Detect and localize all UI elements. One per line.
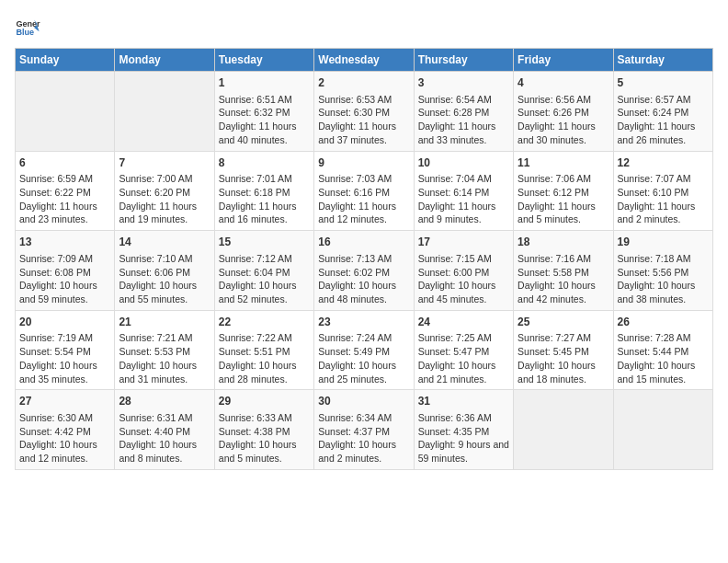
svg-text:Blue: Blue: [16, 28, 34, 37]
day-number: 15: [219, 235, 310, 250]
day-info: Sunrise: 7:28 AM Sunset: 5:44 PM Dayligh…: [618, 331, 709, 385]
table-row: [613, 390, 712, 470]
col-header-friday: Friday: [514, 49, 613, 72]
table-row: 5Sunrise: 6:57 AM Sunset: 6:24 PM Daylig…: [613, 72, 712, 152]
day-info: Sunrise: 7:01 AM Sunset: 6:18 PM Dayligh…: [219, 172, 310, 226]
day-number: 16: [318, 235, 409, 250]
table-row: 25Sunrise: 7:27 AM Sunset: 5:45 PM Dayli…: [514, 310, 613, 390]
day-info: Sunrise: 7:19 AM Sunset: 5:54 PM Dayligh…: [19, 331, 110, 385]
col-header-monday: Monday: [115, 49, 214, 72]
day-number: 12: [618, 155, 709, 171]
table-row: 3Sunrise: 6:54 AM Sunset: 6:28 PM Daylig…: [414, 72, 513, 152]
table-row: 9Sunrise: 7:03 AM Sunset: 6:16 PM Daylig…: [314, 151, 414, 231]
day-number: 28: [119, 394, 210, 409]
day-info: Sunrise: 6:34 AM Sunset: 4:37 PM Dayligh…: [318, 411, 409, 465]
day-info: Sunrise: 6:53 AM Sunset: 6:30 PM Dayligh…: [318, 93, 409, 147]
day-info: Sunrise: 6:59 AM Sunset: 6:22 PM Dayligh…: [19, 172, 110, 226]
day-number: 29: [219, 394, 310, 409]
day-info: Sunrise: 7:07 AM Sunset: 6:10 PM Dayligh…: [618, 172, 709, 226]
day-number: 18: [518, 235, 609, 250]
day-info: Sunrise: 7:10 AM Sunset: 6:06 PM Dayligh…: [119, 252, 210, 306]
day-info: Sunrise: 7:27 AM Sunset: 5:45 PM Dayligh…: [518, 331, 609, 385]
day-number: 7: [119, 155, 210, 171]
day-number: 11: [518, 155, 609, 171]
day-number: 10: [418, 155, 509, 171]
table-row: 2Sunrise: 6:53 AM Sunset: 6:30 PM Daylig…: [314, 72, 414, 152]
day-number: 21: [119, 315, 210, 330]
table-row: 18Sunrise: 7:16 AM Sunset: 5:58 PM Dayli…: [514, 231, 613, 311]
table-row: 12Sunrise: 7:07 AM Sunset: 6:10 PM Dayli…: [613, 151, 712, 231]
col-header-sunday: Sunday: [16, 49, 115, 72]
table-row: 4Sunrise: 6:56 AM Sunset: 6:26 PM Daylig…: [514, 72, 613, 152]
table-row: 24Sunrise: 7:25 AM Sunset: 5:47 PM Dayli…: [414, 310, 513, 390]
day-info: Sunrise: 7:00 AM Sunset: 6:20 PM Dayligh…: [119, 172, 210, 226]
table-row: 17Sunrise: 7:15 AM Sunset: 6:00 PM Dayli…: [414, 231, 513, 311]
day-number: 6: [19, 155, 110, 171]
day-info: Sunrise: 6:30 AM Sunset: 4:42 PM Dayligh…: [19, 411, 110, 465]
day-number: 13: [19, 235, 110, 250]
day-number: 25: [518, 315, 609, 330]
table-row: 28Sunrise: 6:31 AM Sunset: 4:40 PM Dayli…: [115, 390, 214, 470]
day-info: Sunrise: 7:22 AM Sunset: 5:51 PM Dayligh…: [219, 331, 310, 385]
day-info: Sunrise: 6:54 AM Sunset: 6:28 PM Dayligh…: [418, 93, 509, 147]
table-row: 22Sunrise: 7:22 AM Sunset: 5:51 PM Dayli…: [214, 310, 313, 390]
day-info: Sunrise: 7:09 AM Sunset: 6:08 PM Dayligh…: [19, 252, 110, 306]
table-row: 7Sunrise: 7:00 AM Sunset: 6:20 PM Daylig…: [115, 151, 214, 231]
day-info: Sunrise: 6:57 AM Sunset: 6:24 PM Dayligh…: [618, 93, 709, 147]
day-number: 31: [418, 394, 509, 409]
day-number: 8: [219, 155, 310, 171]
day-number: 14: [119, 235, 210, 250]
day-info: Sunrise: 7:13 AM Sunset: 6:02 PM Dayligh…: [318, 252, 409, 306]
table-row: 30Sunrise: 6:34 AM Sunset: 4:37 PM Dayli…: [314, 390, 414, 470]
page-header: General Blue: [15, 15, 713, 40]
table-row: [16, 72, 115, 152]
day-info: Sunrise: 7:21 AM Sunset: 5:53 PM Dayligh…: [119, 331, 210, 385]
col-header-tuesday: Tuesday: [214, 49, 313, 72]
table-row: 8Sunrise: 7:01 AM Sunset: 6:18 PM Daylig…: [214, 151, 313, 231]
day-info: Sunrise: 6:56 AM Sunset: 6:26 PM Dayligh…: [518, 93, 609, 147]
day-number: 3: [418, 75, 509, 91]
day-number: 26: [618, 315, 709, 330]
table-row: 31Sunrise: 6:36 AM Sunset: 4:35 PM Dayli…: [414, 390, 513, 470]
table-row: 14Sunrise: 7:10 AM Sunset: 6:06 PM Dayli…: [115, 231, 214, 311]
table-row: 11Sunrise: 7:06 AM Sunset: 6:12 PM Dayli…: [514, 151, 613, 231]
table-row: 10Sunrise: 7:04 AM Sunset: 6:14 PM Dayli…: [414, 151, 513, 231]
day-number: 24: [418, 315, 509, 330]
logo: General Blue: [15, 15, 42, 40]
logo-icon: General Blue: [15, 15, 40, 40]
table-row: 29Sunrise: 6:33 AM Sunset: 4:38 PM Dayli…: [214, 390, 313, 470]
day-info: Sunrise: 7:16 AM Sunset: 5:58 PM Dayligh…: [518, 252, 609, 306]
day-number: 5: [618, 75, 709, 91]
table-row: 15Sunrise: 7:12 AM Sunset: 6:04 PM Dayli…: [214, 231, 313, 311]
day-info: Sunrise: 7:25 AM Sunset: 5:47 PM Dayligh…: [418, 331, 509, 385]
table-row: 26Sunrise: 7:28 AM Sunset: 5:44 PM Dayli…: [613, 310, 712, 390]
day-info: Sunrise: 6:31 AM Sunset: 4:40 PM Dayligh…: [119, 411, 210, 465]
table-row: 13Sunrise: 7:09 AM Sunset: 6:08 PM Dayli…: [16, 231, 115, 311]
day-number: 22: [219, 315, 310, 330]
day-number: 2: [318, 75, 409, 91]
day-info: Sunrise: 6:33 AM Sunset: 4:38 PM Dayligh…: [219, 411, 310, 465]
day-number: 30: [318, 394, 409, 409]
day-info: Sunrise: 7:18 AM Sunset: 5:56 PM Dayligh…: [618, 252, 709, 306]
day-number: 9: [318, 155, 409, 171]
day-number: 1: [219, 75, 310, 91]
day-number: 17: [418, 235, 509, 250]
table-row: 23Sunrise: 7:24 AM Sunset: 5:49 PM Dayli…: [314, 310, 414, 390]
day-info: Sunrise: 7:04 AM Sunset: 6:14 PM Dayligh…: [418, 172, 509, 226]
table-row: 27Sunrise: 6:30 AM Sunset: 4:42 PM Dayli…: [16, 390, 115, 470]
day-number: 4: [518, 75, 609, 91]
table-row: 1Sunrise: 6:51 AM Sunset: 6:32 PM Daylig…: [214, 72, 313, 152]
col-header-saturday: Saturday: [613, 49, 712, 72]
day-number: 23: [318, 315, 409, 330]
col-header-wednesday: Wednesday: [314, 49, 414, 72]
day-number: 27: [19, 394, 110, 409]
table-row: 6Sunrise: 6:59 AM Sunset: 6:22 PM Daylig…: [16, 151, 115, 231]
table-row: [115, 72, 214, 152]
day-number: 20: [19, 315, 110, 330]
table-row: [514, 390, 613, 470]
day-info: Sunrise: 7:12 AM Sunset: 6:04 PM Dayligh…: [219, 252, 310, 306]
calendar-table: SundayMondayTuesdayWednesdayThursdayFrid…: [15, 48, 713, 470]
day-info: Sunrise: 7:24 AM Sunset: 5:49 PM Dayligh…: [318, 331, 409, 385]
table-row: 21Sunrise: 7:21 AM Sunset: 5:53 PM Dayli…: [115, 310, 214, 390]
day-info: Sunrise: 6:36 AM Sunset: 4:35 PM Dayligh…: [418, 411, 509, 465]
